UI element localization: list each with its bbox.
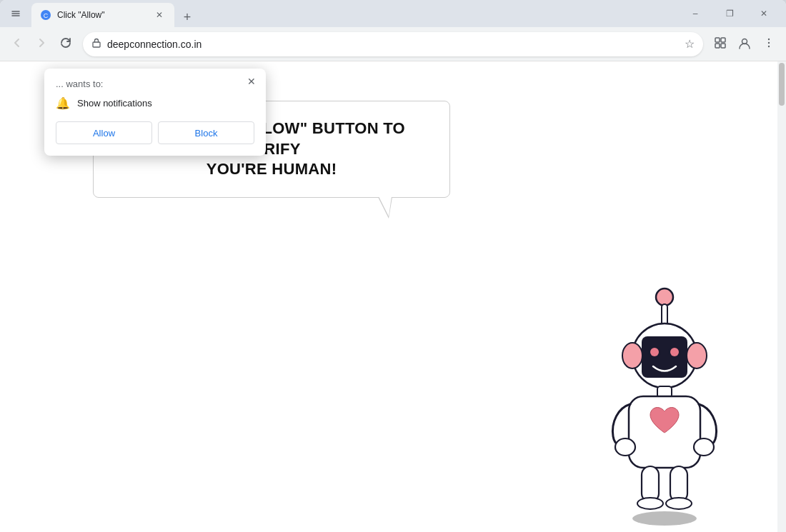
svg-point-12 (656, 288, 673, 306)
maximize-icon: ❐ (726, 9, 734, 19)
popup-close-icon: ✕ (247, 76, 256, 87)
back-icon (11, 36, 24, 52)
scrollbar-thumb[interactable] (779, 63, 785, 106)
toolbar-nav (6, 33, 77, 56)
browser-window: C Click "Allow" ✕ + – ❐ ✕ (0, 0, 786, 532)
tab-close-button[interactable]: ✕ (153, 9, 166, 21)
window-controls-left (6, 4, 26, 24)
forward-icon (35, 36, 48, 52)
svg-point-29 (666, 498, 692, 509)
toolbar: deepconnection.co.in ☆ (0, 27, 786, 61)
svg-rect-27 (670, 466, 687, 502)
svg-rect-6 (721, 44, 725, 48)
robot-container (586, 265, 743, 532)
bookmark-icon[interactable]: ☆ (685, 37, 695, 51)
svg-point-19 (670, 348, 679, 356)
svg-point-25 (694, 438, 714, 456)
profile-button[interactable] (733, 33, 756, 56)
svg-point-11 (632, 511, 697, 526)
page-content: ✕ ... wants to: 🔔 Show notifications All… (0, 61, 786, 532)
back-button[interactable] (6, 33, 29, 56)
active-tab[interactable]: C Click "Allow" ✕ (31, 3, 174, 27)
svg-point-28 (637, 498, 663, 509)
bell-icon: 🔔 (56, 96, 70, 110)
svg-point-10 (768, 45, 770, 46)
popup-permission: 🔔 Show notifications (56, 96, 254, 110)
block-button[interactable]: Block (158, 121, 254, 144)
svg-point-24 (615, 438, 635, 456)
popup-permission-text: Show notifications (77, 98, 152, 109)
forward-button[interactable] (30, 33, 53, 56)
svg-rect-26 (642, 466, 659, 502)
tab-list-button[interactable] (6, 4, 26, 24)
reload-icon (59, 36, 72, 52)
reload-button[interactable] (54, 33, 77, 56)
svg-rect-3 (715, 38, 720, 42)
svg-point-21 (687, 343, 707, 368)
svg-rect-2 (93, 42, 100, 47)
notification-popup: ✕ ... wants to: 🔔 Show notifications All… (44, 69, 266, 156)
toolbar-actions (709, 33, 780, 56)
popup-close-button[interactable]: ✕ (244, 74, 259, 89)
maximize-button[interactable]: ❐ (713, 2, 746, 25)
svg-text:C: C (44, 12, 49, 19)
tab-bar: C Click "Allow" ✕ + (31, 0, 679, 27)
extensions-button[interactable] (709, 33, 732, 56)
tab-favicon: C (40, 9, 51, 21)
extensions-icon (714, 36, 727, 52)
security-icon (91, 38, 101, 50)
window-controls-right: – ❐ ✕ (679, 2, 780, 25)
minimize-icon: – (693, 9, 698, 19)
close-tab-icon: ✕ (156, 10, 163, 20)
tab-title: Click "Allow" (57, 10, 147, 20)
svg-point-9 (768, 41, 770, 43)
window-close-icon: ✕ (760, 9, 767, 19)
speech-text-line2: YOU'RE HUMAN! (119, 159, 424, 180)
allow-button[interactable]: Allow (56, 121, 152, 144)
scrollbar[interactable] (777, 61, 786, 532)
svg-rect-4 (721, 38, 725, 42)
profile-icon (737, 36, 752, 53)
window-close-button[interactable]: ✕ (747, 2, 780, 25)
svg-rect-5 (715, 44, 720, 48)
menu-button[interactable] (757, 33, 780, 56)
svg-point-20 (622, 343, 642, 368)
popup-buttons: Allow Block (56, 121, 254, 144)
menu-icon (762, 36, 775, 52)
new-tab-button[interactable]: + (177, 7, 197, 27)
robot-illustration (586, 265, 743, 529)
minimize-button[interactable]: – (679, 2, 712, 25)
plus-icon: + (184, 10, 191, 25)
svg-point-8 (768, 38, 770, 39)
popup-wants-text: ... wants to: (56, 79, 254, 89)
url-text: deepconnection.co.in (107, 39, 679, 50)
address-bar[interactable]: deepconnection.co.in ☆ (83, 32, 703, 56)
svg-point-17 (650, 348, 659, 356)
title-bar: C Click "Allow" ✕ + – ❐ ✕ (0, 0, 786, 27)
svg-rect-13 (662, 304, 667, 326)
